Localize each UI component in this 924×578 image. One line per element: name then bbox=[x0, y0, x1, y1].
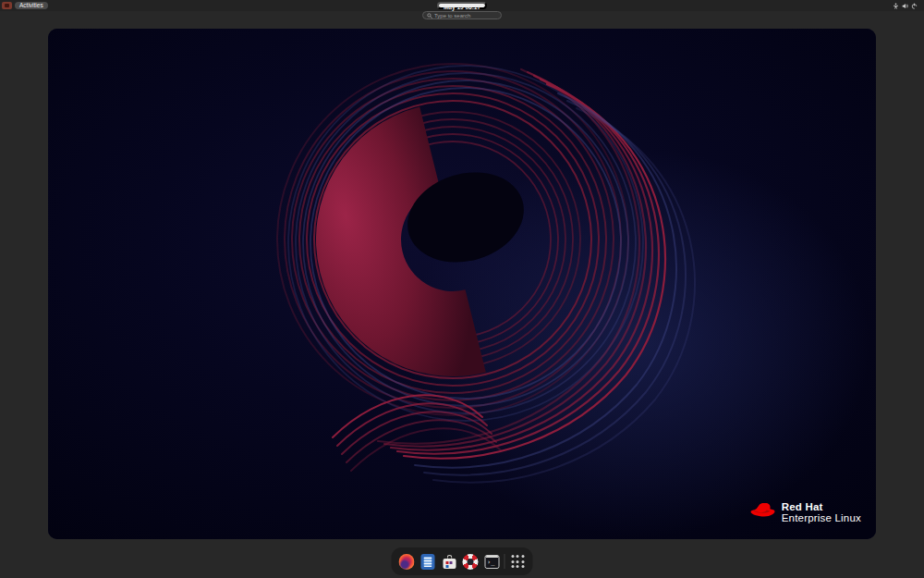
dock-separator bbox=[505, 554, 505, 569]
clock-button[interactable]: May 19 08:17 bbox=[437, 2, 487, 9]
app-grid-icon bbox=[511, 555, 524, 568]
power-icon bbox=[911, 3, 918, 9]
terminal-icon bbox=[484, 555, 499, 569]
accessibility-icon bbox=[893, 3, 899, 9]
system-status-area[interactable] bbox=[890, 2, 920, 9]
red-hat-fedora-icon bbox=[750, 502, 775, 519]
activities-button[interactable]: Activities bbox=[15, 2, 48, 9]
screen-record-indicator-icon[interactable] bbox=[2, 2, 12, 9]
dash-dock bbox=[392, 547, 533, 575]
show-applications-button[interactable] bbox=[509, 551, 527, 572]
dock-item-help[interactable] bbox=[462, 551, 480, 572]
dock-item-files[interactable] bbox=[419, 551, 437, 572]
dock-item-terminal[interactable] bbox=[483, 551, 501, 572]
files-icon bbox=[421, 554, 435, 570]
rhel-logo-text: Red Hat Enterprise Linux bbox=[782, 501, 861, 524]
search-bar[interactable] bbox=[422, 11, 502, 19]
gnome-activities-overview: Activities May 19 08:17 bbox=[0, 0, 924, 578]
help-icon bbox=[463, 554, 479, 570]
rhel-logo: Red Hat Enterprise Linux bbox=[750, 501, 861, 524]
rhel9-wallpaper bbox=[48, 29, 876, 539]
top-bar-left: Activities bbox=[2, 2, 48, 9]
firefox-icon bbox=[399, 554, 415, 570]
volume-icon bbox=[902, 3, 908, 9]
top-bar: Activities May 19 08:17 bbox=[0, 0, 924, 11]
dock-item-software[interactable] bbox=[441, 551, 458, 572]
logo-brand: Red Hat bbox=[782, 501, 861, 512]
search-icon bbox=[427, 13, 432, 18]
search-input[interactable] bbox=[434, 13, 497, 18]
dock-item-firefox[interactable] bbox=[398, 551, 416, 572]
workspace-preview[interactable]: Red Hat Enterprise Linux bbox=[48, 29, 876, 539]
logo-product: Enterprise Linux bbox=[782, 512, 861, 524]
software-icon bbox=[442, 554, 456, 570]
